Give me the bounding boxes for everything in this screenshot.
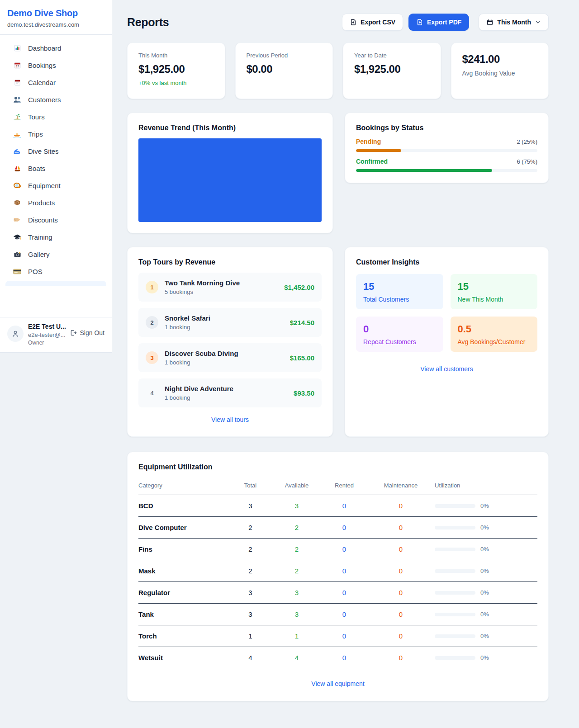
- sidebar-item-label: Boats: [28, 165, 45, 172]
- equipment-maintenance: 0: [367, 539, 435, 560]
- sidebar-item-boats[interactable]: Boats: [5, 160, 106, 177]
- equipment-maintenance: 0: [367, 560, 435, 582]
- page-title: Reports: [127, 16, 169, 29]
- people-icon: [13, 95, 22, 104]
- utilization-percent: 0%: [480, 567, 489, 574]
- insight-tiles: 15 Total Customers 15 New This Month 0 R…: [356, 274, 537, 352]
- export-pdf-button[interactable]: Export PDF: [408, 14, 469, 31]
- bookings-by-status-title: Bookings by Status: [356, 124, 537, 132]
- sidebar-user-footer: E2E Test U... e2e-tester@... Owner Sign …: [0, 317, 112, 352]
- equipment-row: Fins22000%: [138, 539, 537, 560]
- equipment-row: Tank33000%: [138, 604, 537, 625]
- equipment-available: 2: [272, 560, 322, 582]
- sidebar-item-tours[interactable]: Tours: [5, 108, 106, 125]
- stat-label: This Month: [138, 52, 214, 59]
- period-select-button[interactable]: This Month: [479, 14, 549, 31]
- equipment-maintenance: 0: [367, 582, 435, 604]
- sidebar-item-calendar[interactable]: Calendar: [5, 74, 106, 91]
- tour-bookings-count: 1 booking: [165, 359, 284, 366]
- equipment-total: 2: [229, 560, 272, 582]
- equipment-utilization-card: Equipment Utilization CategoryTotalAvail…: [127, 452, 549, 701]
- utilization-percent: 0%: [480, 524, 489, 531]
- graduation-cap-icon: [13, 233, 22, 241]
- equipment-column-header: Maintenance: [367, 477, 435, 495]
- sidebar-item-label: Products: [28, 199, 55, 207]
- stat-cards-row: This Month $1,925.00 +0% vs last month P…: [127, 43, 549, 99]
- equipment-column-header: Available: [272, 477, 322, 495]
- stat-card: Previous Period $0.00: [235, 43, 333, 99]
- utilization-percent: 0%: [480, 589, 489, 596]
- view-all-customers-link[interactable]: View all customers: [356, 365, 537, 373]
- rank-badge: 1: [146, 281, 158, 293]
- sidebar-item-products[interactable]: Products: [5, 194, 106, 211]
- user-email: e2e-tester@...: [28, 331, 65, 338]
- brand: Demo Dive Shop demo.test.divestreams.com: [0, 0, 112, 35]
- insights-row: Top Tours by Revenue 1 Two Tank Morning …: [127, 247, 549, 437]
- tour-list-item[interactable]: 4 Night Dive Adventure 1 booking $93.50: [138, 378, 322, 407]
- sidebar-item-label: Gallery: [28, 251, 50, 258]
- equipment-category: Mask: [138, 560, 229, 582]
- sidebar-item-label: Bookings: [28, 61, 56, 69]
- insight-tile: 15 New This Month: [451, 274, 538, 309]
- equipment-column-header: Utilization: [435, 477, 537, 495]
- status-label: Confirmed: [356, 158, 388, 165]
- equipment-total: 1: [229, 625, 272, 647]
- export-csv-button[interactable]: Export CSV: [342, 14, 403, 31]
- customer-insights-card: Customer Insights 15 Total Customers 15 …: [345, 247, 549, 437]
- tour-list-item[interactable]: 3 Discover Scuba Diving 1 booking $165.0…: [138, 343, 322, 372]
- equipment-category: Fins: [138, 539, 229, 560]
- sidebar-active-item-partial[interactable]: [5, 281, 106, 286]
- tour-list-item[interactable]: 1 Two Tank Morning Dive 5 bookings $1,45…: [138, 273, 322, 302]
- equipment-utilization-title: Equipment Utilization: [138, 463, 537, 471]
- insight-label: New This Month: [458, 296, 531, 303]
- tour-bookings-count: 1 booking: [165, 394, 287, 401]
- status-label: Pending: [356, 138, 381, 145]
- sidebar-item-dive-sites[interactable]: Dive Sites: [5, 142, 106, 160]
- sidebar-item-label: Calendar: [28, 79, 56, 86]
- equipment-available: 1: [272, 625, 322, 647]
- tour-name: Two Tank Morning Dive: [165, 279, 278, 287]
- stat-card: $241.00Avg Booking Value: [451, 43, 549, 99]
- equipment-rented: 0: [322, 560, 367, 582]
- stat-value: $0.00: [247, 63, 322, 76]
- equipment-rented: 0: [322, 582, 367, 604]
- revenue-trend-card: Revenue Trend (This Month): [127, 113, 333, 233]
- view-all-tours-link[interactable]: View all tours: [138, 416, 322, 423]
- utilization-percent: 0%: [480, 611, 489, 618]
- customer-insights-title: Customer Insights: [356, 258, 537, 266]
- revenue-trend-title: Revenue Trend (This Month): [138, 124, 322, 132]
- stat-value: $1,925.00: [138, 63, 214, 76]
- logout-icon: [70, 329, 77, 336]
- equipment-available: 3: [272, 604, 322, 625]
- status-count: 2 (25%): [517, 138, 537, 145]
- rank-badge: 4: [146, 387, 158, 399]
- sidebar-item-trips[interactable]: Trips: [5, 125, 106, 142]
- sidebar-item-bookings[interactable]: 17 Bookings: [5, 57, 106, 74]
- view-all-equipment-link[interactable]: View all equipment: [138, 680, 537, 687]
- sidebar-item-training[interactable]: Training: [5, 228, 106, 246]
- equipment-row: Wetsuit44000%: [138, 647, 537, 669]
- speedboat-icon: [13, 130, 22, 138]
- sidebar-item-equipment[interactable]: Equipment: [5, 177, 106, 194]
- sidebar-item-dashboard[interactable]: Dashboard: [5, 39, 106, 57]
- tour-name: Discover Scuba Diving: [165, 350, 284, 357]
- tour-list: 1 Two Tank Morning Dive 5 bookings $1,45…: [138, 273, 322, 407]
- insight-label: Total Customers: [363, 296, 436, 303]
- rank-badge: 3: [146, 351, 158, 364]
- sign-out-button[interactable]: Sign Out: [70, 329, 104, 336]
- stat-card: Year to Date $1,925.00: [343, 43, 441, 99]
- equipment-rented: 0: [322, 517, 367, 539]
- sidebar-item-customers[interactable]: Customers: [5, 91, 106, 108]
- sidebar-item-discounts[interactable]: Discounts: [5, 211, 106, 228]
- utilization-percent: 0%: [480, 633, 489, 639]
- file-download-icon: [350, 19, 357, 26]
- tour-revenue: $214.50: [290, 319, 314, 326]
- equipment-category: Dive Computer: [138, 517, 229, 539]
- tour-list-item[interactable]: 2 Snorkel Safari 1 booking $214.50: [138, 308, 322, 337]
- sidebar-item-pos[interactable]: POS: [5, 263, 106, 280]
- equipment-row: Mask22000%: [138, 560, 537, 582]
- period-label: This Month: [497, 19, 531, 26]
- user-meta: E2E Test U... e2e-tester@... Owner: [28, 323, 65, 346]
- sidebar-item-gallery[interactable]: Gallery: [5, 246, 106, 263]
- insight-value: 0.5: [458, 323, 531, 335]
